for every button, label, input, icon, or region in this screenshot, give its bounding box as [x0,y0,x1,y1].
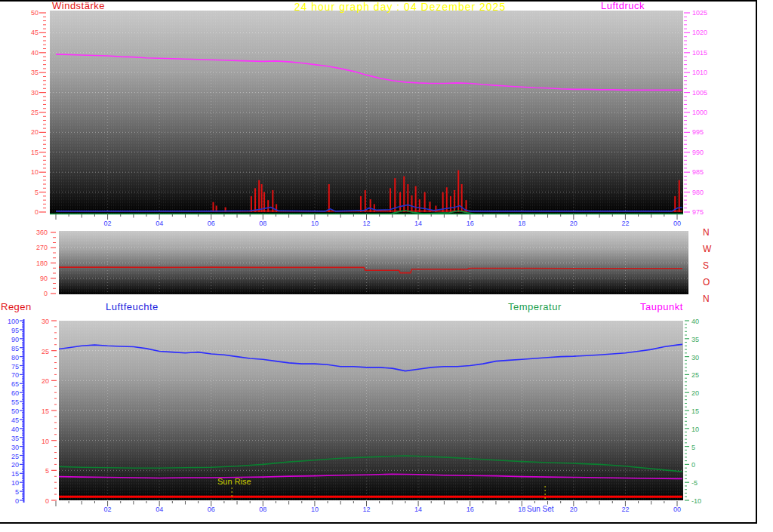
tick-label: -5 [691,479,698,487]
tick-label: 0 [17,208,38,216]
tick-label: 04 [149,220,170,227]
tick-label: 04 [149,506,170,513]
tick-label: 45 [17,29,38,36]
tick-label: 15 [0,470,19,478]
tick-label: 20 [0,461,19,469]
tick-label: 16 [460,506,481,513]
tick-label: 5 [691,444,695,451]
tick-label: 10 [691,426,699,433]
tick-label: 5 [28,467,49,475]
tick-label: 95 [0,327,19,334]
tick-label: 80 [0,354,19,361]
tick-label: 1010 [692,69,707,76]
humidity-temp-plot [56,321,683,500]
tick-label: 40 [691,318,699,325]
tick-label: 975 [692,208,704,216]
tick-label: 1000 [692,109,707,116]
tick-label: 985 [692,168,704,176]
tick-label: 12 [356,220,377,227]
tick-label: 10 [0,479,19,487]
tick-label: 00 [667,506,688,513]
tick-label: 50 [17,9,38,17]
page-title: 24 hour graph day : 04 Dezember 2025 [249,1,551,13]
tick-label: 20 [563,220,584,227]
tick-label: 50 [0,407,19,415]
tick-label: W [703,244,711,254]
tick-label: 995 [692,128,704,136]
tick-label: 30 [691,354,699,361]
tick-label: 10 [28,438,49,445]
tick-label: 5 [0,488,19,496]
tick-label: 20 [691,389,699,397]
window-border-right [756,0,757,524]
tick-label: S [703,261,709,270]
tick-label: 90 [0,336,19,343]
tick-label: 25 [0,453,19,460]
pressure-label: Luftdruck [601,0,645,11]
tick-label: 14 [408,220,429,227]
tick-label: 85 [0,345,19,352]
tick-label: 20 [28,377,49,385]
tick-label: 180 [26,260,48,267]
tick-label: 1005 [692,89,707,97]
tick-label: 30 [28,318,49,325]
tick-label: 30 [0,444,19,451]
wind-strength-label: Windstärke [52,0,105,11]
tick-label: 15 [691,407,699,415]
tick-label: N [703,228,710,237]
tick-label: 0 [28,497,49,505]
tick-label: 25 [691,371,699,379]
tick-label: 25 [17,109,38,116]
weather-graph-window: Windstärke 24 hour graph day : 04 Dezemb… [0,0,773,532]
tick-label: 65 [0,380,19,388]
tick-label: 0 [691,461,695,469]
tick-label: 10 [304,506,325,513]
tick-label: 40 [17,49,38,57]
tick-label: 990 [692,149,704,156]
tick-label: 55 [0,398,19,406]
tick-label: 10 [17,168,38,176]
tick-label: N [703,294,710,303]
tick-label: 14 [408,506,429,513]
tick-label: 16 [460,220,481,227]
tick-label: 1015 [692,49,707,57]
tick-label: 35 [691,336,699,343]
tick-label: 10 [304,220,325,227]
tick-label: 25 [28,348,49,355]
tick-label: 35 [0,435,19,442]
tick-label: 270 [26,244,48,251]
tick-label: 40 [0,426,19,433]
tick-label: 90 [26,275,48,282]
sunrise-annotation: Sun Rise [217,477,251,486]
tick-label: 100 [0,318,19,325]
tick-label: 02 [97,220,119,227]
tick-label: 360 [26,229,48,236]
chart-canvas [0,0,773,532]
tick-label: 20 [17,128,38,136]
tick-label: 22 [614,220,636,227]
tick-label: 0 [0,497,19,505]
humidity-label: Luftfeuchte [106,301,159,312]
window-border-bottom [0,522,757,524]
tick-label: 70 [0,371,19,379]
tick-label: 15 [28,407,49,415]
wind-pressure-plot [50,11,683,214]
temperature-label: Temperatur [508,301,562,312]
tick-label: 980 [692,189,704,196]
tick-label: 06 [201,220,222,227]
tick-label: O [703,278,710,287]
tick-label: 12 [356,506,377,513]
tick-label: 08 [252,220,273,227]
tick-label: 0 [26,290,48,297]
tick-label: 45 [0,417,19,424]
tick-label: 08 [252,506,273,513]
tick-label: 02 [97,506,119,513]
tick-label: 06 [201,506,222,513]
tick-label: 20 [563,506,584,513]
tick-label: -10 [691,497,701,505]
tick-label: 60 [0,389,19,397]
rain-label: Regen [1,301,32,312]
dewpoint-label: Taupunkt [640,301,683,312]
tick-label: 18 [511,220,532,227]
tick-label: 35 [17,69,38,76]
